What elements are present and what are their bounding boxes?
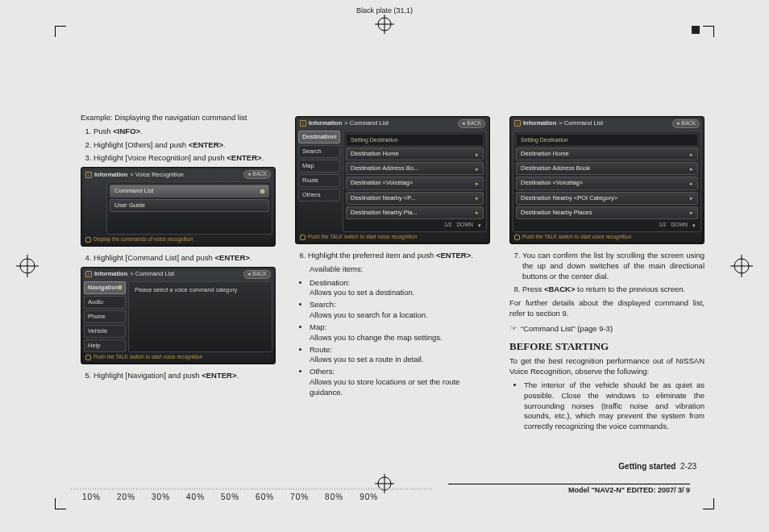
step-1: Push <INFO>. [94, 127, 276, 137]
available-items-label: Available items: [295, 264, 490, 275]
percentage-row: 10% 20% 30% 40% 50% 60% 70% 80% 90% [82, 493, 378, 501]
model-edited-line: Model "NAV2-N" EDITED: 2007/ 3/ 9 [448, 484, 690, 494]
device3-pager-label: DOWN [456, 222, 473, 229]
step-8-post: to return to the previous screen. [575, 285, 685, 293]
column-2: i Information > Command List ◂ BACK Dest… [295, 113, 490, 451]
device-voice-recognition-screen: i Information > Voice Recognition ◂ BACK… [81, 167, 276, 247]
device4-row-4: Destination Nearby Places▸ [516, 206, 698, 219]
enter-button-label: <ENTER> [227, 153, 261, 162]
item-destination: Destination:Allows you to set a destinat… [310, 278, 490, 299]
info-button-label: <INFO> [113, 127, 140, 135]
pct-20: 20% [117, 493, 135, 501]
pct-70: 70% [290, 493, 309, 501]
device3-row-0: Destination Home▸ [346, 148, 484, 160]
device4-row-0: Destination Home▸ [516, 148, 698, 160]
device2-tab-audio: Audio [84, 296, 126, 309]
device4-row-1: Destination Address Book▸ [516, 162, 698, 175]
device2-back-button: ◂ BACK [243, 270, 271, 279]
device2-tab-vehicle: Vehicle [84, 325, 126, 338]
pct-10: 10% [82, 493, 101, 501]
column-1: Example: Displaying the navigation comma… [81, 113, 276, 451]
step-4-post: . [250, 253, 252, 262]
crop-mark-top-right [703, 26, 714, 37]
device3-pager: 1/2 [444, 222, 451, 229]
crop-mark-top-left [55, 26, 66, 37]
device4-title-a: Information [523, 119, 556, 127]
device2-tab-help: Help [84, 339, 126, 352]
step-4: Highlight [Command List] and push <ENTER… [94, 253, 276, 264]
device-command-list-full: i Information > Command List ◂ BACK Sett… [509, 116, 705, 244]
step-5-text: Highlight [Navigation] and push [94, 371, 202, 380]
footer-page-number: 2-23 [680, 462, 696, 471]
footer-section: Getting started [618, 462, 675, 471]
mic-icon [514, 235, 520, 240]
pct-80: 80% [325, 493, 343, 501]
device2-tab-phone: Phone [84, 310, 126, 323]
crop-mark-bottom-right [703, 498, 714, 509]
step-6-post: . [471, 251, 473, 260]
device4-row-2: Destination <Voicetag>▸ [516, 177, 698, 189]
device4-header-row: Setting Destination [516, 134, 698, 146]
step-2: Highlight [Others] and push <ENTER>. [94, 140, 276, 151]
pct-30: 30% [152, 493, 170, 501]
device3-row-4: Destination Nearby Pla...▸ [346, 206, 484, 219]
step-8: Press <BACK> to return to the previous s… [522, 285, 705, 295]
device3-tab-destination: Destination [298, 131, 340, 143]
item-route: Route:Allows you to set a route in detai… [310, 345, 490, 366]
device3-row-1: Destination Address Bo...▸ [346, 162, 484, 175]
crop-mark-bottom-left [55, 498, 66, 509]
step-6-text: Highlight the preferred item and push [308, 251, 436, 260]
device3-title-a: Information [309, 119, 342, 127]
step-8-pre: Press [522, 285, 544, 293]
enter-button-label: <ENTER> [202, 371, 236, 380]
step-1-post: . [140, 127, 143, 135]
device2-title-b: > Command List [130, 270, 174, 278]
device4-footer: Push the TALK switch to start voice reco… [522, 234, 631, 241]
content-columns: Example: Displaying the navigation comma… [81, 113, 705, 451]
device2-footer: Push the TALK switch to start voice reco… [94, 354, 202, 361]
info-icon: i [85, 271, 92, 277]
step-7: You can confirm the list by scrolling th… [522, 251, 705, 281]
item-others: Others:Allows you to store locations or … [310, 367, 490, 397]
column-3: i Information > Command List ◂ BACK Sett… [509, 113, 705, 451]
device4-pager: 1/2 [659, 222, 666, 229]
enter-button-label: <ENTER> [189, 140, 223, 149]
device4-row-3: Destination Nearby <POI Category>▸ [516, 192, 698, 205]
device3-row-3: Destination Nearby <P...▸ [346, 192, 484, 205]
down-arrow-icon: ▾ [478, 222, 481, 229]
registration-mark-left [16, 255, 39, 277]
crossref-icon: ☞ [509, 322, 518, 335]
device2-title-a: Information [94, 270, 127, 278]
device1-back-button: ◂ BACK [243, 170, 271, 179]
item-map: Map:Allows you to change the map setting… [310, 322, 490, 343]
step-5: Highlight [Navigation] and push <ENTER>. [94, 371, 276, 381]
info-icon: i [514, 120, 521, 127]
device3-header-row: Setting Destination [346, 134, 484, 146]
device1-row-user-guide: User Guide [110, 199, 269, 212]
device4-pager-label: DOWN [671, 222, 688, 229]
crossref-command-list: ☞ “Command List” (page 9-3) [509, 322, 705, 335]
percentage-band [71, 488, 434, 490]
device3-footer: Push the TALK switch to start voice reco… [308, 234, 417, 241]
device2-note: Please select a voice command category [131, 285, 269, 296]
plate-header: Black plate (31,1) [0, 6, 769, 15]
device4-title-b: > Command List [559, 119, 603, 127]
registration-mark-right [730, 255, 753, 277]
info-icon: i [300, 120, 306, 127]
step-1-text: Push [94, 127, 113, 135]
mic-icon [85, 237, 91, 243]
step-3: Highlight [Voice Recognition] and push <… [94, 153, 276, 164]
example-intro: Example: Displaying the navigation comma… [81, 113, 276, 123]
step-6: Highlight the preferred item and push <E… [308, 251, 490, 261]
device4-back-button: ◂ BACK [672, 119, 700, 128]
device3-back-button: ◂ BACK [458, 119, 485, 128]
device2-tab-navigation: Navigation [84, 281, 126, 294]
step-2-post: . [223, 140, 226, 149]
device3-title-b: > Command List [344, 119, 389, 127]
enter-button-label: <ENTER> [436, 251, 471, 260]
pct-50: 50% [221, 493, 239, 501]
device1-title-b: > Voice Recognition [130, 171, 184, 179]
info-icon: i [85, 172, 92, 178]
before-starting-bullet-1: The interior of the vehicle should be as… [524, 380, 705, 432]
device3-tab-others: Others [298, 189, 340, 202]
